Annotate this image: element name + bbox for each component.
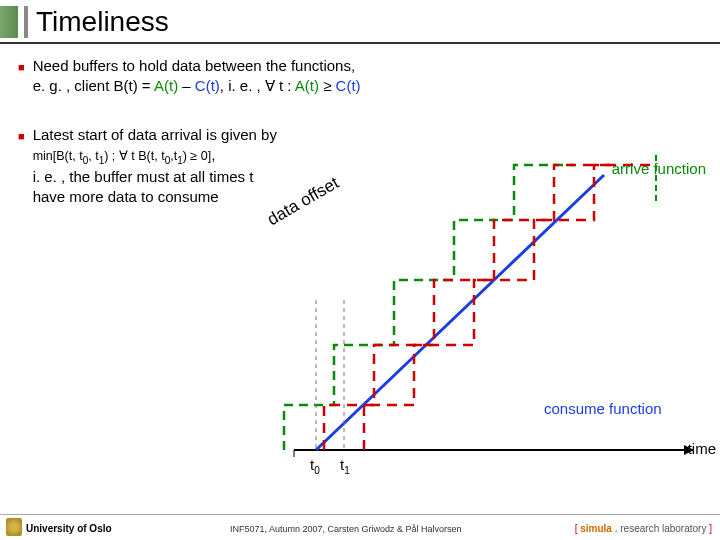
min-pre: min[B(t, t [33,149,83,163]
bullet-square-icon: ■ [18,129,25,208]
min-mid: , t [88,149,98,163]
lab-rest: research laboratory [620,523,709,534]
bullet-2: ■ Latest start of data arrival is given … [18,125,278,208]
sub-0b: 0 [165,154,171,165]
bullet-2-comma: , [211,146,215,163]
bullet-1-A1: A(t) [154,77,178,94]
diagram-svg [264,150,718,480]
bullet-1-prefix: e. g. , client B(t) = [33,77,154,94]
bullet-1: ■ Need buffers to hold data between the … [18,56,702,97]
bullet-2-min: min[B(t, t0, t1) ; ∀ t B(t, t0,t1) ≥ 0] [33,149,211,163]
min-post2: ) ≥ 0] [183,149,211,163]
bullet-1-ge: ≥ [319,77,336,94]
t1-label: t1 [340,456,350,476]
bullet-square-icon: ■ [18,60,25,97]
t1-s: 1 [344,465,350,476]
diagram: arrive function consume function time t0… [264,150,718,480]
title-accent [0,6,18,38]
bullet-2-line-3: i. e. , the buffer must at all times t h… [33,168,254,205]
bullet-1-C2: C(t) [336,77,361,94]
bullet-1-C1: C(t) [195,77,220,94]
lab-simula: simula [580,523,612,534]
title-underline [0,42,720,44]
time-axis-label: time [688,440,716,457]
arrive-label: arrive function [612,160,706,177]
min-post: ) ; ∀ t B(t, t [104,149,164,163]
t0-label: t0 [310,456,320,476]
university-crest-icon [6,518,22,536]
lab-credit: [ simula . research laboratory ] [575,523,712,534]
lab-close: ] [709,523,712,534]
title-bar: Timeliness [0,0,720,42]
bullet-1-A2: A(t) [295,77,319,94]
slide-title: Timeliness [36,6,169,38]
footer-course-info: INF5071, Autumn 2007, Carsten Griwodz & … [230,524,462,534]
bullet-2-line-1: Latest start of data arrival is given by [33,126,277,143]
t0-s: 0 [314,465,320,476]
university-name: University of Oslo [26,523,112,534]
bullet-1-mid2: , i. e. , ∀ t : [220,77,295,94]
title-accent-2 [24,6,28,38]
footer: University of Oslo INF5071, Autumn 2007,… [0,514,720,540]
bullet-1-mid1: – [178,77,195,94]
consume-label: consume function [544,400,662,417]
bullet-1-line-1: Need buffers to hold data between the fu… [33,57,355,74]
